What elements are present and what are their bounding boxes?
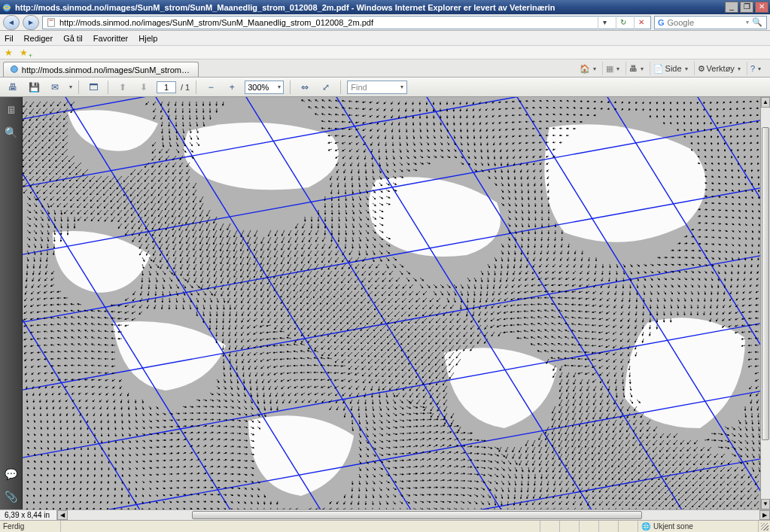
scroll-track[interactable] <box>761 108 770 499</box>
pdf-comments-button[interactable]: 💬 <box>5 467 18 481</box>
menu-fil[interactable]: Fil <box>5 34 14 43</box>
svg-line-2657 <box>273 345 278 346</box>
svg-line-3780 <box>102 454 102 457</box>
add-favorite-icon[interactable]: ★+ <box>20 47 30 58</box>
home-button[interactable]: 🏠▾ <box>577 62 599 75</box>
pdf-sidebar: 🗏 🔍 💬 📎 <box>0 97 23 509</box>
svg-line-305 <box>454 122 455 125</box>
fit-page-icon: ⤢ <box>322 82 330 93</box>
svg-line-388 <box>560 129 563 129</box>
attachments-icon: 📎 <box>5 491 17 503</box>
menu-favoritter[interactable]: Favoritter <box>93 34 128 43</box>
scroll-down-button[interactable]: ▼ <box>761 499 770 509</box>
status-zone: 🌐 Ukjent sone <box>638 521 758 532</box>
feeds-button[interactable]: ▦▾ <box>602 62 622 75</box>
printer-icon: 🖶 <box>8 82 17 93</box>
tools-menu-label: Verktøy <box>707 64 735 73</box>
pdf-bookmarks-button[interactable]: 🔍 <box>5 126 18 139</box>
svg-line-3519 <box>108 433 109 436</box>
page-menu-button[interactable]: 📄Side▾ <box>650 62 691 75</box>
svg-line-3088 <box>27 393 28 396</box>
search-input[interactable] <box>668 18 743 27</box>
scroll-track[interactable] <box>68 510 759 520</box>
svg-line-2100 <box>176 305 177 309</box>
resize-grip[interactable] <box>758 521 770 532</box>
svg-line-3680 <box>61 447 62 450</box>
svg-line-42 <box>217 102 218 105</box>
pdf-find-placeholder: Find <box>351 83 367 92</box>
pdf-find-box[interactable]: Find▾ <box>347 81 407 94</box>
address-dropdown-button[interactable]: ▾ <box>598 16 611 29</box>
svg-line-2776 <box>44 359 47 360</box>
search-go-button[interactable]: 🔍 <box>752 17 762 27</box>
thumbnails-icon: 🗏 <box>6 104 17 116</box>
stop-button[interactable]: ✕ <box>634 16 647 29</box>
pdf-next-page-button[interactable]: ⬇ <box>135 80 152 95</box>
dropdown-icon: ▾ <box>278 84 281 90</box>
pdf-print-button[interactable]: 🖶 <box>5 80 21 95</box>
pdf-page-input[interactable] <box>157 81 176 93</box>
tabs-row: http://mods.sinmod.no/images/SunM_strom/… <box>0 59 770 78</box>
svg-line-2842 <box>51 366 54 366</box>
svg-line-744 <box>752 169 753 172</box>
search-box[interactable]: G ▾ 🔍 <box>654 16 767 29</box>
browser-tab[interactable]: http://mods.sinmod.no/images/SunM_strom/… <box>3 62 199 77</box>
scroll-up-button[interactable]: ▲ <box>761 97 770 108</box>
print-button[interactable]: 🖶▾ <box>625 62 647 75</box>
svg-line-307 <box>467 122 468 125</box>
close-button[interactable]: ✕ <box>755 2 768 13</box>
menu-rediger[interactable]: Rediger <box>24 34 53 43</box>
pdf-zoom-in-button[interactable]: + <box>224 80 240 95</box>
pdf-page-total: / 1 <box>181 83 190 92</box>
pdf-fit-width-button[interactable]: ⇔ <box>297 80 313 95</box>
svg-line-2786 <box>111 359 115 360</box>
svg-line-4263 <box>176 488 179 488</box>
pdf-zoom-select[interactable]: 300%▾ <box>245 81 284 94</box>
fit-width-icon: ⇔ <box>301 82 309 93</box>
dropdown-icon[interactable]: ▾ <box>69 84 72 90</box>
scroll-thumb[interactable] <box>762 127 769 440</box>
pdf-prev-page-button[interactable]: ⬆ <box>114 80 131 95</box>
svg-line-742 <box>738 169 739 172</box>
pdf-save-button[interactable]: 💾 <box>26 80 42 95</box>
svg-line-364 <box>400 129 400 132</box>
minimize-button[interactable]: _ <box>725 2 738 13</box>
svg-line-1511 <box>684 257 687 258</box>
scroll-left-button[interactable]: ◀ <box>57 510 68 520</box>
pdf-content-area: 🗏 🔍 💬 📎 <box>0 97 770 509</box>
favorites-star-icon[interactable]: ★ <box>5 47 15 58</box>
horizontal-scrollbar[interactable]: ◀ ▶ <box>57 510 770 520</box>
menu-hjelp[interactable]: Hjelp <box>138 34 157 43</box>
address-field[interactable]: ▾ ↻ ✕ <box>42 16 651 29</box>
svg-line-4364 <box>210 494 213 495</box>
svg-line-4168 <box>183 481 186 482</box>
vertical-scrollbar[interactable]: ▲ ▼ <box>760 97 770 509</box>
back-button[interactable]: ◄ <box>3 15 20 30</box>
maximize-button[interactable]: ❐ <box>740 2 753 13</box>
svg-line-4205 <box>522 481 522 485</box>
pdf-fit-page-button[interactable]: ⤢ <box>318 80 334 95</box>
pdf-attachments-button[interactable]: 📎 <box>5 490 18 503</box>
svg-line-3801 <box>244 454 248 454</box>
pdf-zoom-out-button[interactable]: − <box>202 80 219 95</box>
tools-menu-button[interactable]: ⚙Verktøy▾ <box>694 62 744 75</box>
help-button[interactable]: ?▾ <box>747 62 764 75</box>
address-bar-row: ◄ ► ▾ ↻ ✕ G ▾ 🔍 <box>0 14 770 31</box>
pdf-thumbnails-button[interactable]: 🗏 <box>5 103 18 117</box>
forward-button[interactable]: ► <box>23 15 39 30</box>
pdf-bottom-bar: 6,39 x 8,44 in ◀ ▶ <box>0 509 770 520</box>
pdf-document-canvas[interactable] <box>23 97 760 509</box>
refresh-button[interactable]: ↻ <box>616 16 629 29</box>
pdf-pages-panel-button[interactable]: 🗖 <box>85 80 102 95</box>
svg-line-519 <box>725 142 726 144</box>
scroll-thumb[interactable] <box>192 511 641 519</box>
svg-line-1949 <box>545 291 549 292</box>
search-dropdown-button[interactable]: ▾ <box>746 19 749 26</box>
svg-point-3 <box>11 65 17 72</box>
scroll-right-button[interactable]: ▶ <box>759 510 770 520</box>
pdf-email-button[interactable]: ✉ <box>47 80 63 95</box>
menu-gatil[interactable]: Gå til <box>63 34 83 43</box>
svg-line-800 <box>759 176 759 178</box>
address-input[interactable] <box>59 17 593 28</box>
status-cell-3 <box>579 521 598 532</box>
